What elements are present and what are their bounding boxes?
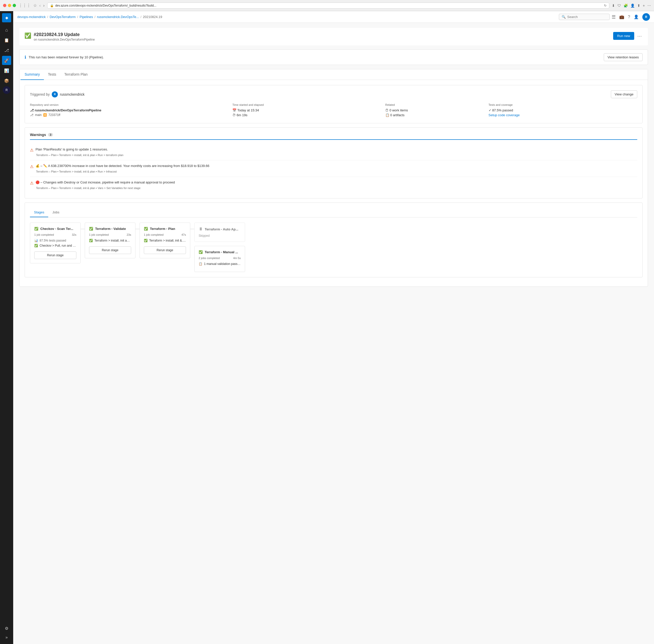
warning-item-1: ⚠ Plan 'PlanResults' is going to update … [30, 144, 637, 160]
warnings-card: Warnings 3 ⚠ Plan 'PlanResults' is going… [25, 128, 643, 199]
stage-meta-plan: 1 job completed 47s [144, 233, 186, 236]
extension-icon[interactable]: 🧩 [624, 4, 628, 8]
nav-icons: ☰ 💼 ? 👤 R [612, 13, 650, 21]
back-icon[interactable]: ‹ [39, 3, 41, 8]
sidebar-item-testplans[interactable]: 📊 [2, 66, 11, 75]
person-icon[interactable]: 👤 [634, 15, 639, 19]
briefcase-icon[interactable]: 💼 [619, 15, 624, 19]
breadcrumb-project[interactable]: DevOpsTerraform [50, 15, 76, 19]
warning-path-2: Terraform – Plan • Terraform > install, … [36, 170, 637, 173]
elapsed-time: ⏱ 6m 19s [232, 113, 381, 117]
sidebar-item-boards[interactable]: 📋 [2, 36, 11, 45]
warnings-header: Warnings 3 [30, 133, 637, 140]
sidebar-item-user[interactable]: R [3, 86, 10, 94]
close-button[interactable] [3, 4, 6, 7]
maximize-button[interactable] [13, 4, 16, 7]
rerun-validate-button[interactable]: Rerun stage [89, 246, 131, 254]
stage-tab-stages[interactable]: Stages [30, 208, 48, 217]
reload-icon[interactable]: ↻ [604, 4, 607, 7]
grid-icon[interactable]: ⋮⋮⋮ [19, 3, 31, 8]
meta-repo-section: Repository and version ⎇ russmckendrick/… [30, 103, 228, 118]
rerun-plan-button[interactable]: Rerun stage [144, 246, 186, 254]
stages-card: Stages Jobs ✅ Checkov - Scan Ter... [25, 203, 643, 277]
tab-terraform-plan[interactable]: Terraform Plan [61, 69, 92, 80]
info-icon: ℹ [25, 55, 26, 60]
skipped-label: Skipped [198, 234, 241, 237]
sidebar-item-home[interactable]: ⌂ [2, 25, 11, 34]
stage-tab-jobs[interactable]: Jobs [48, 208, 63, 217]
breadcrumb-org[interactable]: devops-mckendrick [17, 15, 46, 19]
stage-job-plan: ✅ Terraform > install, init &... 4... [144, 239, 186, 242]
warning-main-2: ⚠ 💰 – ✏️ A 638.238700% increase in cost … [30, 164, 637, 169]
stage-success-icon-manual: ✅ [198, 250, 203, 254]
retention-message: This run has been retained forever by 10… [29, 55, 104, 59]
shield-icon[interactable]: 🛡 [617, 4, 621, 8]
view-retention-leases-button[interactable]: View retention leases [604, 53, 643, 61]
tab-summary[interactable]: Summary [21, 69, 44, 80]
tests-label: Tests and coverage [489, 103, 637, 106]
list-icon[interactable]: ☰ [612, 14, 616, 20]
share-icon[interactable]: ⬆ [637, 4, 640, 8]
repos-icon: ⎇ [4, 48, 9, 53]
page-title-area: ✅ #20210824.19 Update on russmckendrick.… [24, 32, 95, 41]
search-input[interactable] [567, 15, 607, 19]
stage-job-validate: ✅ Terraform > install, init an.... [89, 239, 131, 242]
testplans-icon: 📊 [4, 68, 9, 73]
time-started: 📅 Today at 15:34 [232, 108, 381, 112]
user-avatar: R [52, 91, 58, 97]
sidebar-item-expand[interactable]: » [2, 633, 11, 642]
warning-icon-3: ⚠ [30, 181, 33, 185]
breadcrumb: devops-mckendrick / DevOpsTerraform / Pi… [17, 15, 557, 19]
app-logo[interactable]: ◈ [2, 13, 11, 22]
stage-meta-manual: 2 jobs completed 4m 5s [198, 256, 241, 259]
repo-label: Repository and version [30, 103, 228, 106]
logo-icon: ◈ [5, 16, 8, 20]
app-container: ◈ ⌂ 📋 ⎇ 🚀 📊 📦 R ⚙ » [0, 11, 654, 644]
sidebar-item-settings[interactable]: ⚙ [2, 624, 11, 633]
avatar[interactable]: R [642, 13, 650, 21]
view-change-button[interactable]: View change [611, 90, 637, 98]
warning-icon-1: ⚠ [30, 148, 33, 153]
forward-icon[interactable]: › [43, 3, 44, 8]
header-actions: Run new ⋯ [613, 32, 643, 40]
tab-content: Triggered by R russmckendrick View chang… [20, 80, 648, 286]
new-tab-icon[interactable]: + [643, 4, 645, 8]
branch-icon: ⎇ [30, 113, 33, 117]
repo-icon: ⎇ [30, 108, 34, 112]
retention-banner: ℹ This run has been retained forever by … [19, 49, 648, 65]
breadcrumb-pipelines[interactable]: Pipelines [80, 15, 93, 19]
sidebar-item-pipelines[interactable]: 🚀 [2, 56, 11, 65]
address-bar[interactable]: 🔒 dev.azure.com/devops-mckendrick/DevOps… [47, 3, 609, 9]
minimize-button[interactable] [8, 4, 11, 7]
page-header: ✅ #20210824.19 Update on russmckendrick.… [19, 28, 648, 45]
run-new-button[interactable]: Run new [613, 32, 634, 40]
calendar-icon: 📅 [232, 108, 236, 112]
download-icon[interactable]: ⬇ [612, 4, 615, 8]
breadcrumb-pipeline-name[interactable]: russmckendrick.DevOpsTe... [97, 15, 139, 19]
warnings-title: Warnings [30, 133, 46, 137]
stage-meta-checkov: 1 job completed 32s [34, 233, 76, 236]
rerun-checkov-button[interactable]: Rerun stage [34, 251, 76, 259]
bookmark-icon[interactable]: ☆ [33, 3, 37, 8]
warning-icon-2: ⚠ [30, 164, 33, 169]
artifacts-count: 📋 0 artifacts [386, 113, 485, 117]
more-options-button[interactable]: ⋯ [636, 32, 643, 40]
menu-icon[interactable]: ⋯ [647, 4, 651, 8]
tab-tests[interactable]: Tests [44, 69, 61, 80]
setup-coverage-link[interactable]: Setup code coverage [489, 113, 520, 117]
stage-success-icon-validate: ✅ [89, 227, 93, 231]
sidebar-item-artifacts[interactable]: 📦 [2, 76, 11, 85]
sep4: / [141, 15, 142, 19]
stage-card-validate: ✅ Terraform - Validate 1 job completed 2… [85, 223, 136, 258]
sep1: / [47, 15, 48, 19]
help-icon[interactable]: ? [628, 15, 630, 19]
search-box[interactable]: 🔍 [559, 14, 610, 20]
stage-job-manual: 📋 1 manual validation passed [198, 262, 241, 266]
artifacts-icon: 📦 [4, 78, 9, 83]
stage-title-auto-approve: ⏸ Terraform - Auto Ap... [198, 227, 241, 231]
warning-item-2: ⚠ 💰 – ✏️ A 638.238700% increase in cost … [30, 160, 637, 177]
page-title: #20210824.19 Update [34, 32, 95, 37]
profile-icon[interactable]: 👤 [630, 4, 635, 8]
sidebar-item-repos[interactable]: ⎇ [2, 46, 11, 55]
stages-row: ✅ Checkov - Scan Ter... 1 job completed … [30, 223, 245, 272]
